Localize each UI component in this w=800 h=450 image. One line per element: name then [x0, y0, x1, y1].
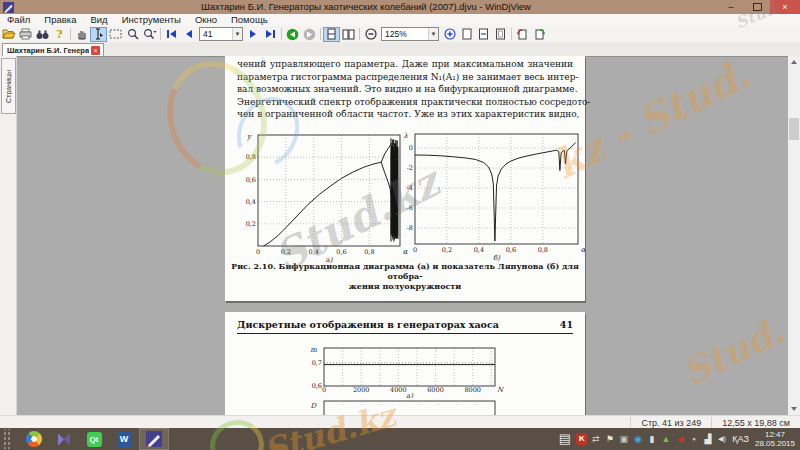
menu-item-5[interactable]: Помощь: [224, 14, 275, 26]
caption-line-2: жения полуокружности: [225, 281, 585, 291]
taskbar-app-browser[interactable]: [19, 428, 49, 450]
first-page-button[interactable]: [163, 27, 180, 42]
close-button[interactable]: ×: [770, 0, 800, 14]
clock-time: 12:47: [755, 430, 795, 439]
page-number-combo[interactable]: 41 ▼: [199, 27, 243, 41]
svg-text:0,4: 0,4: [246, 198, 256, 206]
display-icon[interactable]: ▣: [618, 433, 629, 445]
titlebar: Шахтарин Б.И. Генераторы хаотических кол…: [0, 0, 800, 14]
svg-text:8000: 8000: [464, 386, 481, 394]
open-file-button[interactable]: [0, 27, 17, 42]
language-indicator[interactable]: ҚАЗ: [732, 434, 749, 444]
action-center-flag-icon[interactable]: ⚑: [604, 433, 615, 445]
document-tab[interactable]: Шахтарин Б.И. Генераторы хаотиче... ×: [2, 43, 104, 57]
usb-icon[interactable]: ▲: [660, 433, 671, 445]
zoom-in-button[interactable]: [441, 27, 458, 42]
menu-item-3[interactable]: Инструменты: [115, 14, 188, 26]
print-button[interactable]: [17, 27, 34, 42]
find-button[interactable]: [34, 27, 51, 42]
svg-text:0,8: 0,8: [538, 246, 548, 254]
menu-item-0[interactable]: Файл: [0, 14, 37, 26]
touch-keyboard-icon[interactable]: ▤: [556, 433, 573, 445]
next-page-button[interactable]: [245, 27, 262, 42]
layout-facing-button[interactable]: [340, 27, 357, 42]
taskbar: Qt W ▤K⇄⚑▣◉▮▲◀▪▟◀) ҚАЗ 12:47 28.05.2015: [0, 428, 800, 450]
zoom-tool-button[interactable]: [124, 27, 141, 42]
minimize-button[interactable]: –: [718, 0, 744, 14]
taskbar-app-windjview[interactable]: [139, 428, 169, 450]
fit-page-button[interactable]: [458, 27, 475, 42]
select-tool-button[interactable]: [90, 27, 107, 42]
fit-width-button[interactable]: [475, 27, 492, 42]
last-page-button[interactable]: [262, 27, 279, 42]
svg-text:α: α: [403, 248, 409, 256]
combo-dropdown-icon[interactable]: ▼: [428, 28, 438, 40]
figure-2-10-charts: 00,20,40,60,80,20,40,60,8αyа)00,20,40,60…: [225, 128, 585, 264]
toolbar-separator: [160, 28, 161, 40]
maximize-button[interactable]: [744, 0, 770, 14]
scroll-up-icon: [791, 60, 797, 64]
svg-text:λ: λ: [404, 132, 409, 140]
volume-mixer-icon[interactable]: ◀: [674, 433, 685, 445]
network-signal-icon[interactable]: ▟: [702, 433, 713, 445]
history-forward-button[interactable]: [301, 27, 318, 42]
rotate-left-button[interactable]: [514, 27, 531, 42]
scroll-down-icon: [791, 407, 797, 411]
menu-item-4[interactable]: Окно: [188, 14, 224, 26]
zoom-out-icon: [365, 28, 377, 40]
taskbar-app-qt[interactable]: Qt: [79, 428, 109, 450]
zoom-out-button[interactable]: [362, 27, 379, 42]
rotate-right-button[interactable]: [531, 27, 548, 42]
svg-text:D: D: [310, 402, 317, 410]
rect-select-button[interactable]: [107, 27, 124, 42]
taskbar-clock[interactable]: 12:47 28.05.2015: [755, 430, 795, 448]
svg-text:0,6: 0,6: [312, 382, 322, 390]
history-back-button[interactable]: [284, 27, 301, 42]
vertical-scrollbar[interactable]: [788, 56, 800, 415]
zoom-level-combo[interactable]: 125% ▼: [381, 27, 439, 41]
taskbar-grip[interactable]: [2, 429, 11, 449]
zoom-custom-button[interactable]: [141, 27, 158, 42]
help-button[interactable]: ?: [51, 27, 68, 42]
kmplayer-icon: [55, 432, 73, 447]
prev-page-button[interactable]: [180, 27, 197, 42]
window-title: Шахтарин Б.И. Генераторы хаотических кол…: [14, 0, 718, 14]
svg-text:0: 0: [409, 144, 413, 152]
browser-app-icon: [26, 431, 42, 447]
scroll-up-button[interactable]: [788, 56, 800, 68]
scrollbar-thumb[interactable]: [789, 118, 799, 140]
first-page-icon: [166, 29, 177, 39]
menu-item-2[interactable]: Вид: [83, 14, 114, 26]
security-icon[interactable]: ▪: [688, 433, 699, 445]
rotate-right-icon: [533, 28, 546, 40]
browser-icon[interactable]: ◉: [632, 433, 643, 445]
battery-icon[interactable]: ▮: [646, 433, 657, 445]
figure-caption: Рис. 2.10. Бифуркационная диаграмма (а) …: [225, 261, 585, 291]
windjview-taskbar-icon: [146, 431, 162, 447]
toolbar-separator: [320, 28, 321, 40]
taskbar-app-kmplayer[interactable]: [49, 428, 79, 450]
system-tray: ▤K⇄⚑▣◉▮▲◀▪▟◀): [556, 433, 727, 445]
svg-text:0,7: 0,7: [312, 359, 322, 367]
taskbar-app-word[interactable]: W: [109, 428, 139, 450]
caption-line-1: Рис. 2.10. Бифуркационная диаграмма (а) …: [225, 261, 585, 281]
sidebar-tab-pages[interactable]: Страницы: [1, 58, 16, 114]
toolbar: ?: [0, 26, 800, 43]
sync-icon[interactable]: ⇄: [590, 433, 601, 445]
svg-text:0,4: 0,4: [474, 246, 484, 254]
menu-item-1[interactable]: Правка: [37, 14, 83, 26]
svg-text:0: 0: [413, 246, 417, 254]
actual-size-button[interactable]: [492, 27, 509, 42]
scroll-down-button[interactable]: [788, 403, 800, 415]
speaker-icon[interactable]: ◀): [716, 433, 727, 445]
layout-continuous-button[interactable]: [323, 27, 340, 42]
magnifier-dropdown-icon: [143, 28, 157, 40]
svg-text:0: 0: [256, 248, 260, 256]
svg-text:2000: 2000: [353, 386, 370, 394]
combo-dropdown-icon[interactable]: ▼: [232, 28, 242, 40]
paragraph-line-4: Энергетический спектр отображения практи…: [237, 96, 573, 109]
kaspersky-icon[interactable]: K: [576, 433, 587, 445]
tab-close-icon[interactable]: ×: [91, 46, 100, 55]
open-folder-icon: [2, 28, 16, 40]
pan-tool-button[interactable]: [73, 27, 90, 42]
